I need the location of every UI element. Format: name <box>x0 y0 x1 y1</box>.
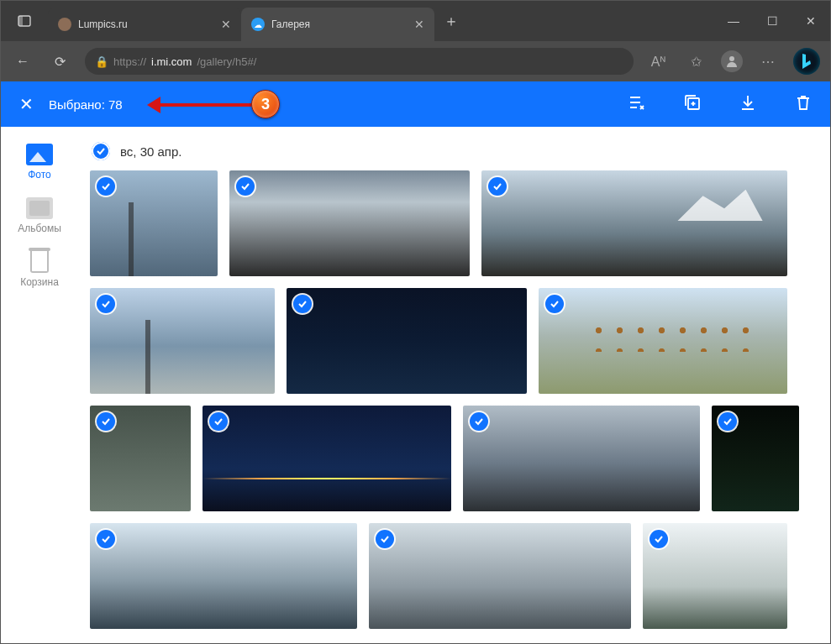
favicon-icon <box>58 18 71 31</box>
annotation-step-badge: 3 <box>251 90 280 118</box>
selection-count-label: Выбрано: 78 <box>49 97 123 112</box>
photo-thumbnail[interactable] <box>643 523 787 629</box>
annotation-arrow <box>150 103 251 107</box>
photos-icon <box>26 144 53 165</box>
profile-button[interactable] <box>721 50 743 72</box>
photo-selected-icon[interactable] <box>718 412 737 431</box>
trash-icon <box>30 251 49 273</box>
download-button[interactable] <box>739 94 756 115</box>
remove-from-list-button[interactable] <box>629 94 645 115</box>
window-minimize-button[interactable]: — <box>714 1 753 41</box>
address-bar[interactable]: 🔒 https://i.mi.com/gallery/h5#/ <box>85 48 634 75</box>
photo-row <box>90 406 815 511</box>
tab-manager-button[interactable] <box>1 1 48 41</box>
sidebar-item-albums[interactable]: Альбомы <box>1 192 78 239</box>
sidebar-item-trash[interactable]: Корзина <box>1 246 78 293</box>
photo-row <box>90 523 815 629</box>
date-group-checkbox[interactable] <box>92 142 110 160</box>
delete-button[interactable] <box>795 94 812 115</box>
svg-rect-1 <box>18 16 23 26</box>
photo-thumbnail[interactable] <box>202 406 451 511</box>
url-path: /gallery/h5#/ <box>197 55 256 68</box>
photo-thumbnail[interactable] <box>539 288 787 394</box>
sidebar: Фото Альбомы Корзина <box>1 127 78 643</box>
photo-selected-icon[interactable] <box>488 177 507 196</box>
photo-thumbnail[interactable] <box>481 170 787 276</box>
photo-selected-icon[interactable] <box>236 177 255 196</box>
photo-selected-icon[interactable] <box>97 412 115 431</box>
selection-toolbar: ✕ Выбрано: 78 3 <box>1 81 830 127</box>
date-group-header[interactable]: вс, 30 апр. <box>92 142 815 160</box>
photo-selected-icon[interactable] <box>209 412 228 431</box>
photo-selected-icon[interactable] <box>97 530 115 548</box>
url-host: i.mi.com <box>151 55 192 68</box>
tab-title: Галерея <box>271 18 408 30</box>
photo-thumbnail[interactable] <box>229 170 470 276</box>
tab-title: Lumpics.ru <box>78 18 214 30</box>
photo-selected-icon[interactable] <box>650 530 668 548</box>
photo-selected-icon[interactable] <box>545 295 564 313</box>
photo-thumbnail[interactable] <box>90 170 218 276</box>
albums-icon <box>26 197 53 219</box>
photo-thumbnail[interactable] <box>287 288 527 394</box>
favicon-icon: ☁ <box>251 18 265 31</box>
photo-selected-icon[interactable] <box>97 177 115 196</box>
photo-selected-icon[interactable] <box>376 530 394 548</box>
selection-close-button[interactable]: ✕ <box>19 94 34 114</box>
photo-thumbnail[interactable] <box>90 406 191 511</box>
tab-close-button[interactable]: ✕ <box>221 18 231 31</box>
photo-row <box>90 170 815 276</box>
lock-icon: 🔒 <box>95 55 108 68</box>
browser-tab-gallery[interactable]: ☁ Галерея ✕ <box>241 8 434 41</box>
photo-thumbnail[interactable] <box>369 523 631 629</box>
photo-selected-icon[interactable] <box>470 412 488 431</box>
read-aloud-button[interactable]: Aᴺ <box>647 54 671 70</box>
date-group-label: вс, 30 апр. <box>120 144 181 159</box>
sidebar-item-label: Корзина <box>20 276 59 288</box>
add-to-album-button[interactable] <box>684 94 701 115</box>
photo-thumbnail[interactable] <box>712 406 799 511</box>
favorites-button[interactable]: ✩ <box>684 54 707 70</box>
photo-thumbnail[interactable] <box>90 523 357 629</box>
url-protocol: https:// <box>113 55 146 68</box>
nav-back-button[interactable]: ← <box>11 54 34 69</box>
page-content: Фото Альбомы Корзина вс, 30 апр. <box>1 127 830 643</box>
sidebar-item-photos[interactable]: Фото <box>1 139 78 186</box>
window-controls: — ☐ ✕ <box>714 1 830 41</box>
window-close-button[interactable]: ✕ <box>792 1 830 41</box>
window-maximize-button[interactable]: ☐ <box>753 1 792 41</box>
nav-refresh-button[interactable]: ⟳ <box>48 54 71 70</box>
photo-gallery: вс, 30 апр. <box>78 127 830 643</box>
more-options-button[interactable]: ⋯ <box>756 54 780 70</box>
photo-thumbnail[interactable] <box>463 406 700 511</box>
bing-chat-button[interactable] <box>793 48 820 75</box>
photo-row <box>90 288 815 394</box>
sidebar-item-label: Альбомы <box>18 223 61 234</box>
svg-point-2 <box>729 56 734 61</box>
photo-selected-icon[interactable] <box>97 295 115 313</box>
browser-toolbar: ← ⟳ 🔒 https://i.mi.com/gallery/h5#/ Aᴺ ✩… <box>1 41 830 81</box>
photo-selected-icon[interactable] <box>293 295 312 313</box>
photo-thumbnail[interactable] <box>90 288 275 394</box>
tab-close-button[interactable]: ✕ <box>414 18 424 31</box>
browser-tab-lumpics[interactable]: Lumpics.ru ✕ <box>48 8 241 41</box>
browser-titlebar: Lumpics.ru ✕ ☁ Галерея ✕ ＋ — ☐ ✕ <box>1 1 830 41</box>
new-tab-button[interactable]: ＋ <box>434 1 468 41</box>
sidebar-item-label: Фото <box>28 169 51 181</box>
